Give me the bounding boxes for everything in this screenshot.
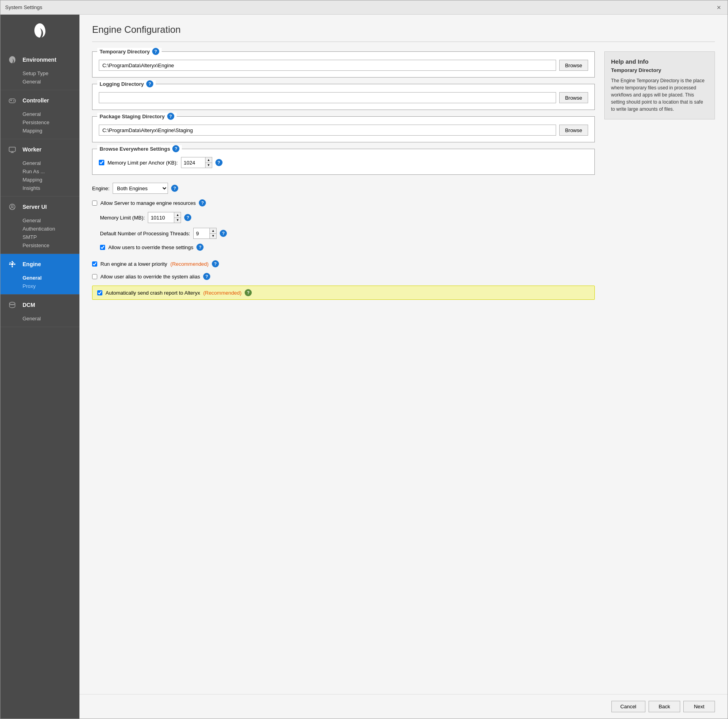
allow-override-checkbox[interactable] [100,245,105,250]
svg-point-16 [9,302,15,305]
engine-type-row: Engine: Both Engines AMP Engine Original… [92,183,595,194]
svg-rect-0 [9,99,15,103]
sidebar-item-engine-general[interactable]: General [23,274,79,282]
package-staging-directory-browse-button[interactable]: Browse [559,125,588,136]
memory-limit-mb-increment[interactable]: ▲ [174,212,181,218]
sidebar-item-environment-general[interactable]: General [23,78,79,86]
allow-override-help-icon[interactable]: ? [196,244,204,251]
memory-limit-anchor-decrement[interactable]: ▼ [206,163,212,168]
next-button[interactable]: Next [683,701,715,712]
package-staging-directory-input[interactable] [99,125,556,136]
memory-limit-mb-help-icon[interactable]: ? [184,214,191,221]
nav-section-worker-header[interactable]: Worker [0,139,79,158]
processing-threads-increment[interactable]: ▲ [210,228,216,233]
allow-override-row: Allow users to override these settings ? [100,244,595,251]
temporary-directory-input[interactable] [99,60,556,71]
crash-report-checkbox[interactable] [97,290,102,295]
svg-rect-11 [12,266,13,267]
svg-rect-12 [9,264,11,265]
user-alias-row: Allow user alias to override the system … [92,273,595,280]
crash-report-recommended: (Recommended) [203,290,241,296]
memory-limit-anchor-increment[interactable]: ▲ [206,157,212,163]
logging-directory-help-icon[interactable]: ? [146,80,153,87]
user-alias-help-icon[interactable]: ? [203,273,210,280]
logging-directory-input[interactable] [99,92,556,103]
engine-title: Engine [23,261,41,267]
sidebar-item-controller-persistence[interactable]: Persistence [23,118,79,127]
nav-section-environment: Environment Setup Type General [0,49,79,90]
nav-section-controller: Controller General Persistence Mapping [0,90,79,139]
processing-threads-input[interactable] [194,228,209,238]
content-area: Engine Configuration Temporary Directory… [79,15,728,719]
allow-server-manage-checkbox[interactable] [92,201,97,206]
server-ui-sub-items: General Authentication SMTP Persistence [0,216,79,254]
worker-icon [7,144,18,155]
package-staging-directory-help-icon[interactable]: ? [167,113,174,120]
nav-section-engine-header[interactable]: Engine [0,254,79,273]
worker-title: Worker [23,146,41,153]
memory-limit-mb-decrement[interactable]: ▼ [174,218,181,223]
nav-section-controller-header[interactable]: Controller [0,90,79,109]
help-title: Help and Info [611,58,708,65]
user-alias-label: Allow user alias to override the system … [100,274,200,280]
engine-type-select[interactable]: Both Engines AMP Engine Original Engine [113,183,168,194]
close-button[interactable]: ✕ [715,4,723,11]
logo-icon [33,23,47,42]
nav-section-dcm-header[interactable]: DCM [0,295,79,314]
allow-server-manage-help-icon[interactable]: ? [199,199,206,206]
nav-section-worker: Worker General Run As ... Mapping Insigh… [0,139,79,197]
sidebar-item-server-ui-smtp[interactable]: SMTP [23,233,79,241]
svg-rect-4 [9,147,15,151]
memory-limit-anchor-label: Memory Limit per Anchor (KB): [108,160,178,166]
memory-limit-anchor-row: Memory Limit per Anchor (KB): ▲ ▼ ? [99,157,588,168]
sidebar-item-dcm-general[interactable]: General [23,314,79,323]
svg-rect-14 [9,262,11,264]
memory-limit-anchor-input[interactable] [181,157,205,168]
engine-type-label: Engine: [92,185,109,191]
memory-limit-mb-input[interactable] [148,212,174,223]
sidebar-item-server-ui-persistence[interactable]: Persistence [23,241,79,250]
memory-limit-anchor-help-icon[interactable]: ? [215,159,223,166]
sidebar-navigation: Environment Setup Type General [0,49,79,719]
worker-sub-items: General Run As ... Mapping Insights [0,158,79,196]
run-lower-priority-row: Run engine at a lower priority (Recommen… [92,260,595,267]
sidebar-item-server-ui-general[interactable]: General [23,216,79,225]
logging-directory-browse-button[interactable]: Browse [559,92,588,103]
run-lower-priority-checkbox[interactable] [92,261,97,267]
memory-limit-anchor-checkbox[interactable] [99,160,104,165]
nav-section-environment-header[interactable]: Environment [0,49,79,68]
sidebar: Environment Setup Type General [0,15,79,719]
crash-report-help-icon[interactable]: ? [245,289,252,296]
environment-title: Environment [23,57,57,63]
back-button[interactable]: Back [649,701,680,712]
processing-threads-decrement[interactable]: ▼ [210,233,216,238]
engine-icon [7,259,18,270]
sidebar-item-worker-mapping[interactable]: Mapping [23,176,79,184]
nav-section-dcm: DCM General [0,295,79,327]
sidebar-item-worker-general[interactable]: General [23,159,79,167]
temporary-directory-browse-button[interactable]: Browse [559,60,588,71]
main-content: Environment Setup Type General [0,15,728,719]
sidebar-item-server-ui-authentication[interactable]: Authentication [23,225,79,233]
package-staging-directory-legend: Package Staging Directory ? [97,113,177,120]
sidebar-item-worker-run-as[interactable]: Run As ... [23,167,79,176]
cancel-button[interactable]: Cancel [611,701,645,712]
window-title: System Settings [5,4,42,10]
temporary-directory-group: Temporary Directory ? Browse [92,51,595,78]
sidebar-item-controller-mapping[interactable]: Mapping [23,127,79,135]
run-lower-priority-help-icon[interactable]: ? [212,260,219,267]
processing-threads-help-icon[interactable]: ? [220,230,227,237]
temporary-directory-help-icon[interactable]: ? [152,48,159,55]
user-alias-checkbox[interactable] [92,274,97,279]
sub-settings: Memory Limit (MB): ▲ ▼ ? [92,212,595,251]
sidebar-item-controller-general[interactable]: General [23,110,79,118]
nav-section-server-ui-header[interactable]: Server UI [0,197,79,216]
sidebar-item-worker-insights[interactable]: Insights [23,184,79,192]
svg-rect-3 [11,100,11,101]
server-ui-title: Server UI [23,204,47,210]
engine-type-help-icon[interactable]: ? [171,185,178,192]
logging-directory-legend: Logging Directory ? [97,80,156,87]
browse-everywhere-help-icon[interactable]: ? [172,145,179,152]
sidebar-item-environment-setup-type[interactable]: Setup Type [23,69,79,78]
sidebar-item-engine-proxy[interactable]: Proxy [23,282,79,290]
